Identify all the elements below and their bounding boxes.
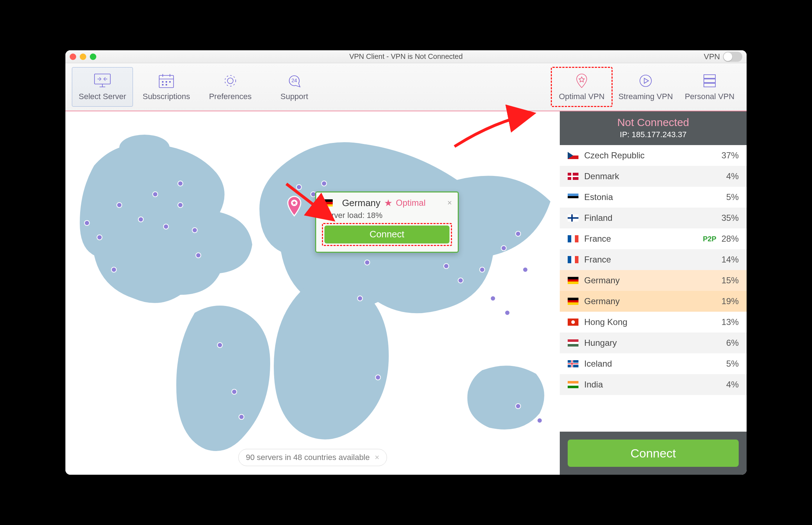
server-rack-icon bbox=[700, 73, 720, 89]
svg-point-42 bbox=[365, 260, 370, 265]
svg-point-25 bbox=[196, 253, 201, 258]
server-name: Hungary bbox=[584, 338, 726, 348]
select-server-button[interactable]: Select Server bbox=[72, 67, 133, 107]
svg-rect-81 bbox=[568, 302, 578, 305]
star-icon: ★ bbox=[384, 198, 392, 209]
server-name: Estonia bbox=[584, 192, 726, 202]
svg-rect-18 bbox=[704, 83, 715, 87]
app-window: VPN Client - VPN is Not Connected VPN Se… bbox=[65, 50, 747, 475]
map-svg bbox=[65, 111, 560, 475]
server-popup: Germany ★ Optimal × Server load: 18% Con… bbox=[315, 191, 459, 253]
svg-point-23 bbox=[178, 203, 183, 208]
server-row[interactable]: Denmark4% bbox=[560, 166, 747, 187]
support-button[interactable]: 24 Support bbox=[264, 67, 325, 107]
svg-rect-90 bbox=[568, 363, 578, 364]
vpn-toggle[interactable] bbox=[723, 52, 742, 62]
server-row[interactable]: India4% bbox=[560, 374, 747, 395]
server-row[interactable]: Germany15% bbox=[560, 270, 747, 291]
sidebar-connect-button[interactable]: Connect bbox=[568, 440, 739, 467]
flag-icon bbox=[568, 256, 578, 263]
server-row[interactable]: Estonia5% bbox=[560, 187, 747, 208]
svg-point-43 bbox=[357, 296, 363, 301]
world-map[interactable]: Germany ★ Optimal × Server load: 18% Con… bbox=[65, 111, 560, 475]
p2p-badge: P2P bbox=[703, 235, 716, 243]
svg-point-7 bbox=[162, 82, 163, 83]
preferences-button[interactable]: Preferences bbox=[200, 67, 261, 107]
server-load-label: Server load: bbox=[322, 211, 365, 220]
titlebar: VPN Client - VPN is Not Connected VPN bbox=[65, 50, 747, 63]
ip-address: IP: 185.177.243.37 bbox=[560, 130, 747, 139]
svg-point-29 bbox=[217, 343, 222, 348]
subscriptions-button[interactable]: Subscriptions bbox=[136, 67, 197, 107]
server-name: Germany bbox=[584, 275, 721, 285]
toolbar-label: Streaming VPN bbox=[618, 92, 673, 101]
flag-icon bbox=[568, 381, 578, 388]
toolbar-label: Subscriptions bbox=[143, 92, 190, 101]
server-row[interactable]: FranceP2P28% bbox=[560, 228, 747, 249]
close-popup-icon[interactable]: × bbox=[447, 198, 452, 208]
server-row[interactable]: Germany19% bbox=[560, 291, 747, 312]
selected-location-pin[interactable] bbox=[286, 196, 303, 217]
server-list[interactable]: Czech Republic37%Denmark4%Estonia5%Finla… bbox=[560, 145, 747, 432]
server-row[interactable]: Hungary6% bbox=[560, 333, 747, 353]
svg-rect-73 bbox=[568, 256, 571, 263]
server-name: Hong Kong bbox=[584, 317, 721, 327]
svg-point-34 bbox=[322, 181, 327, 186]
close-pill-icon[interactable]: × bbox=[375, 453, 379, 462]
server-row[interactable]: Iceland5% bbox=[560, 353, 747, 374]
personal-vpn-button[interactable]: Personal VPN bbox=[679, 67, 740, 107]
svg-rect-77 bbox=[568, 279, 578, 282]
server-count-pill: 90 servers in 48 countries available × bbox=[238, 449, 387, 466]
svg-point-26 bbox=[97, 235, 102, 240]
vpn-toggle-label: VPN bbox=[704, 52, 720, 61]
server-load: 5% bbox=[726, 359, 739, 369]
main-content: Germany ★ Optimal × Server load: 18% Con… bbox=[65, 111, 747, 475]
server-load: 35% bbox=[721, 213, 739, 223]
flag-icon bbox=[568, 235, 578, 242]
svg-point-13 bbox=[225, 75, 236, 86]
optimal-vpn-button[interactable]: Optimal VPN bbox=[551, 67, 612, 107]
svg-point-24 bbox=[192, 228, 197, 233]
flag-icon bbox=[568, 339, 578, 347]
svg-point-52 bbox=[523, 267, 528, 272]
connect-highlight: Connect bbox=[322, 223, 452, 246]
toolbar: Select Server Subscriptions Preferences … bbox=[65, 63, 747, 111]
svg-rect-70 bbox=[568, 235, 571, 242]
vpn-toggle-group: VPN bbox=[704, 52, 742, 62]
svg-point-47 bbox=[458, 278, 463, 283]
connection-status: Not Connected bbox=[560, 116, 747, 129]
svg-rect-86 bbox=[568, 344, 578, 347]
svg-point-50 bbox=[501, 246, 506, 251]
svg-point-83 bbox=[571, 320, 575, 324]
svg-rect-69 bbox=[571, 214, 573, 222]
monitor-icon bbox=[92, 73, 112, 89]
server-row[interactable]: Finland35% bbox=[560, 208, 747, 228]
zoom-window-icon[interactable] bbox=[90, 54, 96, 60]
svg-text:24: 24 bbox=[291, 78, 297, 83]
flag-icon bbox=[322, 199, 333, 206]
svg-point-11 bbox=[166, 84, 167, 85]
flag-icon bbox=[568, 194, 578, 201]
svg-point-12 bbox=[227, 78, 233, 84]
server-name: France bbox=[584, 255, 721, 265]
svg-point-48 bbox=[480, 267, 485, 272]
server-row[interactable]: Czech Republic37% bbox=[560, 145, 747, 166]
minimize-window-icon[interactable] bbox=[80, 54, 86, 60]
close-window-icon[interactable] bbox=[70, 54, 76, 60]
svg-point-10 bbox=[162, 84, 163, 85]
svg-point-9 bbox=[170, 82, 171, 83]
svg-rect-63 bbox=[571, 173, 573, 180]
svg-rect-17 bbox=[704, 79, 715, 83]
svg-point-51 bbox=[516, 231, 521, 236]
server-name: Germany bbox=[584, 296, 721, 306]
svg-rect-78 bbox=[568, 282, 578, 284]
svg-point-8 bbox=[166, 82, 167, 83]
server-row[interactable]: Hong Kong13% bbox=[560, 312, 747, 333]
flag-icon bbox=[568, 214, 578, 222]
popup-tag: Optimal bbox=[396, 198, 426, 208]
popup-connect-button[interactable]: Connect bbox=[324, 226, 449, 243]
streaming-vpn-button[interactable]: Streaming VPN bbox=[615, 67, 676, 107]
svg-point-54 bbox=[516, 404, 521, 409]
server-row[interactable]: France14% bbox=[560, 249, 747, 270]
svg-point-44 bbox=[375, 375, 380, 380]
